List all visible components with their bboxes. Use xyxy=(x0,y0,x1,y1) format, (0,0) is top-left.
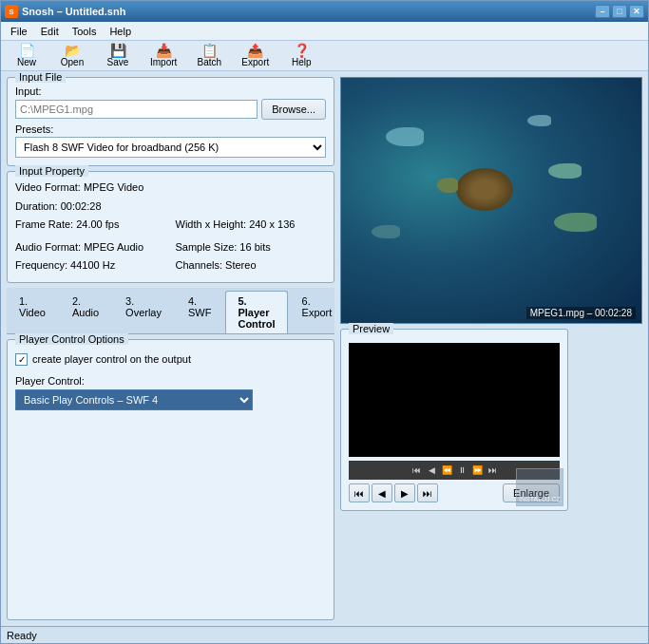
frame-rate: Frame Rate: 24.00 fps xyxy=(15,217,166,234)
audio-property-grid: Audio Format: MPEG Audio Sample Size: 16… xyxy=(15,239,326,275)
minimize-button[interactable]: – xyxy=(595,5,610,18)
new-label: New xyxy=(17,58,36,67)
audio-format: Audio Format: MPEG Audio xyxy=(15,239,166,256)
prev-fast-back[interactable]: ⏪ xyxy=(440,464,453,477)
main-content: Input File Input: Browse... Presets: Fla… xyxy=(1,71,648,626)
player-options-panel: Player Control Options create player con… xyxy=(7,339,334,620)
prop-blank-1 xyxy=(176,180,327,197)
left-panel: Input File Input: Browse... Presets: Fla… xyxy=(7,77,334,620)
nav-buttons: ⏮ ◀ ▶ ⏭ xyxy=(349,483,438,502)
create-player-checkbox[interactable] xyxy=(15,353,28,366)
duration: Duration: 00:02:28 xyxy=(15,199,166,216)
prev-back[interactable]: ◀ xyxy=(425,464,438,477)
status-bar: Ready xyxy=(1,626,648,643)
property-grid: Video Format: MPEG Video Duration: 00:02… xyxy=(15,180,326,234)
input-label: Input: xyxy=(15,85,326,97)
turtle-scene xyxy=(341,78,641,323)
fish-4 xyxy=(372,225,400,238)
video-preview: MPEG1.mpg – 00:02:28 ▶ ⏸ ■ xyxy=(340,77,642,324)
prev-skip-forward[interactable]: ⏭ xyxy=(486,464,499,477)
video-overlay-text: MPEG1.mpg – 00:02:28 xyxy=(526,307,636,319)
menu-tools[interactable]: Tools xyxy=(67,24,103,39)
toolbar: 📄 New 📂 Open 💾 Save 📥 Import 📋 Batch 📤 E… xyxy=(1,41,648,71)
app-icon: S xyxy=(5,5,18,18)
import-icon: 📥 xyxy=(156,44,172,57)
tabs-bar: 1. Video 2. Audio 3. Overlay 4. SWF 5. P… xyxy=(7,288,334,334)
window-title: Snosh – Untitled.snh xyxy=(22,6,125,17)
input-property-title: Input Property xyxy=(15,165,88,177)
preview-video xyxy=(349,343,560,457)
channels: Channels: Stereo xyxy=(176,257,327,275)
watermark-box: INSTALUJ.CZ xyxy=(516,468,563,506)
fish-5 xyxy=(554,213,597,232)
turtle-head xyxy=(437,178,458,193)
player-control-select[interactable]: Basic Play Controls – SWF 4 xyxy=(15,389,253,410)
tab-export[interactable]: 6. Export xyxy=(290,291,345,333)
menu-bar: File Edit Tools Help xyxy=(1,22,648,41)
export-label: Export xyxy=(241,58,269,67)
tab-swf[interactable]: 4. SWF xyxy=(176,291,223,333)
batch-button[interactable]: 📋 Batch xyxy=(187,43,231,69)
open-label: Open xyxy=(61,58,84,67)
input-property-group: Input Property Video Format: MPEG Video … xyxy=(7,171,334,283)
presets-select[interactable]: Flash 8 SWF Video for broadband (256 K) xyxy=(15,137,326,158)
help-icon: ❓ xyxy=(294,44,310,57)
preview-panel: Preview ⏮ ◀ ⏪ ⏸ ⏩ ⏭ ⏮ ◀ ▶ ⏭ xyxy=(340,329,568,511)
import-button[interactable]: 📥 Import xyxy=(142,43,185,69)
watermark-text: INSTALUJ.CZ xyxy=(519,496,561,503)
close-button[interactable]: ✕ xyxy=(629,5,644,18)
prop-blank-2 xyxy=(176,199,327,216)
tab-video[interactable]: 1. Video xyxy=(7,291,58,333)
input-file-title: Input File xyxy=(15,71,66,83)
status-text: Ready xyxy=(7,630,37,641)
player-control-label: Player Control: xyxy=(15,375,326,387)
nav-prev[interactable]: ◀ xyxy=(372,483,392,502)
prev-skip-back[interactable]: ⏮ xyxy=(410,464,423,477)
open-button[interactable]: 📂 Open xyxy=(50,43,94,69)
main-window: S Snosh – Untitled.snh – □ ✕ File Edit T… xyxy=(0,0,649,644)
prev-fast-forward[interactable]: ⏩ xyxy=(470,464,484,477)
new-icon: 📄 xyxy=(19,44,35,57)
export-button[interactable]: 📤 Export xyxy=(233,43,277,69)
right-panel: MPEG1.mpg – 00:02:28 ▶ ⏸ ■ Preview ⏮ ◀ xyxy=(340,77,642,620)
menu-edit[interactable]: Edit xyxy=(35,24,65,39)
prev-play-pause[interactable]: ⏸ xyxy=(455,464,468,477)
tab-overlay[interactable]: 3. Overlay xyxy=(113,291,174,333)
checkbox-row: create player control on the output xyxy=(15,353,326,366)
batch-icon: 📋 xyxy=(201,44,218,57)
batch-label: Batch xyxy=(198,58,222,67)
input-field[interactable] xyxy=(15,100,258,119)
title-bar: S Snosh – Untitled.snh – □ ✕ xyxy=(1,1,648,22)
save-icon: 💾 xyxy=(110,44,126,57)
save-button[interactable]: 💾 Save xyxy=(96,43,140,69)
watermark: INSTALUJ.CZ xyxy=(516,468,563,506)
import-label: Import xyxy=(150,58,177,67)
turtle-shell xyxy=(456,168,513,211)
nav-first[interactable]: ⏮ xyxy=(349,483,370,502)
turtle xyxy=(447,163,523,216)
frequency: Frequency: 44100 Hz xyxy=(15,257,166,275)
menu-help[interactable]: Help xyxy=(104,24,137,39)
input-file-group: Input File Input: Browse... Presets: Fla… xyxy=(7,77,334,166)
maximize-button[interactable]: □ xyxy=(612,5,627,18)
nav-next[interactable]: ▶ xyxy=(394,483,415,502)
fish-1 xyxy=(386,127,424,146)
help-button[interactable]: ❓ Help xyxy=(279,43,323,69)
nav-last[interactable]: ⏭ xyxy=(417,483,438,502)
player-options-title: Player Control Options xyxy=(15,333,128,345)
tab-audio[interactable]: 2. Audio xyxy=(60,291,111,333)
presets-label: Presets: xyxy=(15,123,326,135)
menu-file[interactable]: File xyxy=(5,24,33,39)
wh: Width x Height: 240 x 136 xyxy=(176,217,327,234)
title-bar-controls: – □ ✕ xyxy=(595,5,644,18)
fish-3 xyxy=(527,115,551,126)
browse-button[interactable]: Browse... xyxy=(261,99,326,120)
new-button[interactable]: 📄 New xyxy=(5,43,48,69)
video-format: Video Format: MPEG Video xyxy=(15,180,166,197)
export-icon: 📤 xyxy=(247,44,263,57)
help-label: Help xyxy=(292,58,312,67)
sample-size: Sample Size: 16 bits xyxy=(176,239,327,256)
tab-player-control[interactable]: 5. Player Control xyxy=(225,291,287,333)
save-label: Save xyxy=(107,58,129,67)
video-image xyxy=(341,78,641,323)
